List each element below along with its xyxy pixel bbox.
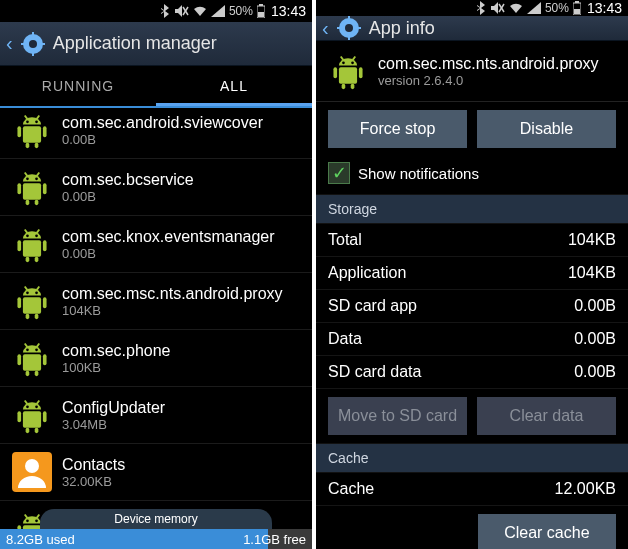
kv-total: Total104KB [316,224,628,257]
app-size: 3.04MB [62,417,165,432]
section-cache: Cache [316,443,628,473]
app-name: ConfigUpdater [62,399,165,417]
list-item[interactable]: ConfigUpdater3.04MB [0,387,312,444]
battery-pct: 50% [229,4,253,18]
move-to-sd-button[interactable]: Move to SD card [328,397,467,435]
usage-bar: 8.2GB used 1.1GB free [0,529,312,549]
mute-icon [491,2,505,14]
list-item[interactable]: com.sec.msc.nts.android.proxy104KB [0,273,312,330]
wifi-icon [509,2,523,14]
app-size: 104KB [62,303,283,318]
android-icon [328,51,368,91]
force-stop-button[interactable]: Force stop [328,110,467,148]
app-name: com.sec.phone [62,342,171,360]
settings-gear-icon[interactable] [337,16,361,40]
app-size: 100KB [62,360,171,375]
clear-data-button[interactable]: Clear data [477,397,616,435]
clear-cache-button[interactable]: Clear cache [478,514,616,549]
free-label: 1.1GB free [243,532,306,547]
app-list[interactable]: com.sec.android.sviewcover0.00B com.sec.… [0,106,312,549]
battery-pct: 50% [545,1,569,15]
title-bar: ‹ App info [316,16,628,41]
list-item[interactable]: com.sec.knox.eventsmanager0.00B [0,216,312,273]
status-bar: 50% 13:43 [316,0,628,16]
page-title: Application manager [53,33,217,54]
wifi-icon [193,5,207,17]
kv-data: Data0.00B [316,323,628,356]
battery-icon [573,1,581,15]
app-size: 32.00KB [62,474,125,489]
android-icon [12,281,52,321]
android-icon [12,338,52,378]
app-info-screen: 50% 13:43 ‹ App info com.sec.msc.nts.and… [316,0,628,549]
kv-sd-data: SD card data0.00B [316,356,628,389]
kv-cache: Cache12.00KB [316,473,628,506]
signal-icon [527,2,541,14]
tab-running[interactable]: RUNNING [0,66,156,106]
app-size: 0.00B [62,189,194,204]
app-name: com.sec.android.sviewcover [62,114,263,132]
svg-rect-25 [574,9,580,14]
list-item[interactable]: Contacts32.00KB [0,444,312,501]
clock: 13:43 [271,3,306,19]
back-icon[interactable]: ‹ [6,32,13,55]
android-icon [12,395,52,435]
list-item[interactable]: com.sec.bcservice0.00B [0,159,312,216]
settings-gear-icon[interactable] [21,32,45,56]
app-manager-screen: 50% 13:43 ‹ Application manager RUNNING … [0,0,312,549]
used-label: 8.2GB used [6,532,75,547]
page-title: App info [369,18,435,39]
app-name: com.sec.msc.nts.android.proxy [378,55,599,73]
bluetooth-icon [477,1,487,15]
storage-usage: Device memory 8.2GB used 1.1GB free [0,509,312,549]
list-item[interactable]: com.sec.phone100KB [0,330,312,387]
signal-icon [211,5,225,17]
back-icon[interactable]: ‹ [322,17,329,40]
section-storage: Storage [316,194,628,224]
show-notifications-label: Show notifications [358,165,479,182]
list-item[interactable]: com.sec.android.sviewcover0.00B [0,106,312,159]
app-size: 0.00B [62,132,263,147]
checkbox-checked-icon[interactable]: ✓ [328,162,350,184]
show-notifications-row[interactable]: ✓ Show notifications [316,156,628,194]
android-icon [12,224,52,264]
device-memory-label: Device memory [40,509,272,529]
battery-icon [257,4,265,18]
app-version: version 2.6.4.0 [378,73,599,88]
app-name: Contacts [62,456,125,474]
app-size: 0.00B [62,246,275,261]
disable-button[interactable]: Disable [477,110,616,148]
app-name: com.sec.knox.eventsmanager [62,228,275,246]
svg-rect-20 [258,12,264,17]
clock: 13:43 [587,0,622,16]
android-icon [12,110,52,150]
mute-icon [175,5,189,17]
app-name: com.sec.bcservice [62,171,194,189]
kv-sd-app: SD card app0.00B [316,290,628,323]
app-header: com.sec.msc.nts.android.proxy version 2.… [316,41,628,102]
app-name: com.sec.msc.nts.android.proxy [62,285,283,303]
kv-application: Application104KB [316,257,628,290]
bluetooth-icon [161,4,171,18]
title-bar: ‹ Application manager [0,22,312,66]
tabs: RUNNING ALL [0,66,312,106]
tab-all[interactable]: ALL [156,66,312,106]
contacts-icon [12,452,52,492]
android-icon [12,167,52,207]
status-bar: 50% 13:43 [0,0,312,22]
